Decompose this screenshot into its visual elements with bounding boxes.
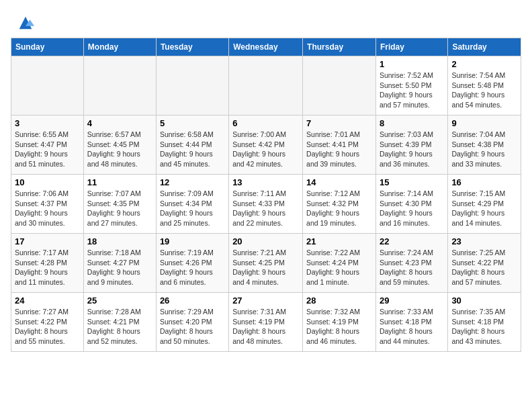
day-info: Sunrise: 7:03 AMSunset: 4:39 PMDaylight:… [380, 130, 444, 169]
calendar-day-cell [229, 56, 303, 116]
calendar-day-cell: 26Sunrise: 7:29 AMSunset: 4:20 PMDayligh… [156, 293, 228, 352]
calendar-day-cell: 28Sunrise: 7:32 AMSunset: 4:19 PMDayligh… [303, 293, 376, 352]
day-info: Sunrise: 6:57 AMSunset: 4:45 PMDaylight:… [87, 130, 152, 169]
calendar-day-cell [11, 56, 84, 116]
calendar-day-cell: 6Sunrise: 7:00 AMSunset: 4:42 PMDaylight… [229, 116, 303, 175]
day-number: 25 [87, 295, 152, 306]
day-of-week-header: Sunday [11, 38, 84, 56]
day-info: Sunrise: 7:54 AMSunset: 5:48 PMDaylight:… [451, 71, 517, 110]
day-number: 30 [451, 295, 517, 306]
day-number: 13 [232, 177, 299, 187]
calendar-day-cell: 25Sunrise: 7:28 AMSunset: 4:21 PMDayligh… [83, 293, 156, 352]
calendar-day-cell: 15Sunrise: 7:14 AMSunset: 4:30 PMDayligh… [375, 175, 447, 234]
day-number: 9 [451, 118, 517, 128]
calendar-week-row: 17Sunrise: 7:17 AMSunset: 4:28 PMDayligh… [11, 234, 521, 293]
day-info: Sunrise: 7:24 AMSunset: 4:23 PMDaylight:… [380, 248, 444, 287]
day-info: Sunrise: 6:55 AMSunset: 4:47 PMDaylight:… [15, 130, 80, 169]
calendar-day-cell: 5Sunrise: 6:58 AMSunset: 4:44 PMDaylight… [156, 116, 228, 175]
day-number: 5 [160, 118, 225, 128]
day-of-week-header: Saturday [448, 38, 521, 56]
day-number: 28 [306, 295, 372, 306]
day-of-week-header: Thursday [303, 38, 376, 56]
day-number: 12 [160, 177, 225, 187]
calendar-day-cell: 14Sunrise: 7:12 AMSunset: 4:32 PMDayligh… [303, 175, 376, 234]
day-info: Sunrise: 7:21 AMSunset: 4:25 PMDaylight:… [232, 248, 299, 287]
day-number: 11 [87, 177, 152, 187]
day-info: Sunrise: 7:29 AMSunset: 4:20 PMDaylight:… [160, 307, 225, 347]
day-number: 1 [380, 59, 444, 69]
day-number: 21 [306, 236, 372, 246]
day-info: Sunrise: 7:31 AMSunset: 4:19 PMDaylight:… [232, 307, 299, 347]
calendar-day-cell: 24Sunrise: 7:27 AMSunset: 4:22 PMDayligh… [11, 293, 84, 352]
day-info: Sunrise: 7:35 AMSunset: 4:18 PMDaylight:… [451, 307, 517, 347]
day-info: Sunrise: 7:01 AMSunset: 4:41 PMDaylight:… [306, 130, 372, 169]
day-info: Sunrise: 7:17 AMSunset: 4:28 PMDaylight:… [15, 248, 80, 287]
day-number: 7 [306, 118, 372, 128]
day-info: Sunrise: 7:32 AMSunset: 4:19 PMDaylight:… [306, 307, 372, 347]
day-number: 14 [306, 177, 372, 187]
day-number: 27 [232, 295, 299, 306]
day-info: Sunrise: 7:09 AMSunset: 4:34 PMDaylight:… [160, 189, 225, 228]
calendar-week-row: 24Sunrise: 7:27 AMSunset: 4:22 PMDayligh… [11, 293, 521, 352]
day-info: Sunrise: 7:25 AMSunset: 4:22 PMDaylight:… [451, 248, 517, 287]
day-number: 29 [380, 295, 444, 306]
calendar-table: SundayMondayTuesdayWednesdayThursdayFrid… [11, 38, 521, 352]
calendar-week-row: 10Sunrise: 7:06 AMSunset: 4:37 PMDayligh… [11, 175, 521, 234]
day-info: Sunrise: 7:12 AMSunset: 4:32 PMDaylight:… [306, 189, 372, 228]
calendar-day-cell: 13Sunrise: 7:11 AMSunset: 4:33 PMDayligh… [229, 175, 303, 234]
day-number: 17 [15, 236, 80, 246]
calendar-day-cell: 2Sunrise: 7:54 AMSunset: 5:48 PMDaylight… [448, 56, 521, 116]
calendar-day-cell: 12Sunrise: 7:09 AMSunset: 4:34 PMDayligh… [156, 175, 228, 234]
day-number: 24 [15, 295, 80, 306]
day-number: 22 [380, 236, 444, 246]
logo-icon [16, 13, 35, 32]
day-number: 16 [451, 177, 517, 187]
calendar-day-cell [303, 56, 376, 116]
calendar-day-cell: 9Sunrise: 7:04 AMSunset: 4:38 PMDaylight… [448, 116, 521, 175]
day-number: 10 [15, 177, 80, 187]
day-number: 15 [380, 177, 444, 187]
calendar-day-cell: 17Sunrise: 7:17 AMSunset: 4:28 PMDayligh… [11, 234, 84, 293]
day-number: 3 [15, 118, 80, 128]
day-info: Sunrise: 7:22 AMSunset: 4:24 PMDaylight:… [306, 248, 372, 287]
day-of-week-header: Tuesday [156, 38, 228, 56]
day-number: 2 [451, 59, 517, 69]
calendar-day-cell [156, 56, 228, 116]
day-info: Sunrise: 7:14 AMSunset: 4:30 PMDaylight:… [380, 189, 444, 228]
day-info: Sunrise: 7:52 AMSunset: 5:50 PMDaylight:… [380, 71, 444, 110]
calendar-day-cell: 11Sunrise: 7:07 AMSunset: 4:35 PMDayligh… [83, 175, 156, 234]
day-number: 23 [451, 236, 517, 246]
calendar-day-cell [83, 56, 156, 116]
day-info: Sunrise: 7:33 AMSunset: 4:18 PMDaylight:… [380, 307, 444, 347]
day-number: 18 [87, 236, 152, 246]
day-info: Sunrise: 7:11 AMSunset: 4:33 PMDaylight:… [232, 189, 299, 228]
day-number: 19 [160, 236, 225, 246]
calendar-day-cell: 10Sunrise: 7:06 AMSunset: 4:37 PMDayligh… [11, 175, 84, 234]
calendar-day-cell: 18Sunrise: 7:18 AMSunset: 4:27 PMDayligh… [83, 234, 156, 293]
calendar-day-cell: 27Sunrise: 7:31 AMSunset: 4:19 PMDayligh… [229, 293, 303, 352]
logo [11, 13, 35, 32]
calendar-header-row: SundayMondayTuesdayWednesdayThursdayFrid… [11, 38, 521, 56]
header [11, 11, 521, 32]
day-number: 26 [160, 295, 225, 306]
calendar-week-row: 3Sunrise: 6:55 AMSunset: 4:47 PMDaylight… [11, 116, 521, 175]
day-info: Sunrise: 7:07 AMSunset: 4:35 PMDaylight:… [87, 189, 152, 228]
calendar-week-row: 1Sunrise: 7:52 AMSunset: 5:50 PMDaylight… [11, 56, 521, 116]
day-number: 4 [87, 118, 152, 128]
day-info: Sunrise: 7:19 AMSunset: 4:26 PMDaylight:… [160, 248, 225, 287]
calendar-day-cell: 4Sunrise: 6:57 AMSunset: 4:45 PMDaylight… [83, 116, 156, 175]
calendar-day-cell: 21Sunrise: 7:22 AMSunset: 4:24 PMDayligh… [303, 234, 376, 293]
day-info: Sunrise: 7:18 AMSunset: 4:27 PMDaylight:… [87, 248, 152, 287]
calendar-day-cell: 8Sunrise: 7:03 AMSunset: 4:39 PMDaylight… [375, 116, 447, 175]
day-info: Sunrise: 7:04 AMSunset: 4:38 PMDaylight:… [451, 130, 517, 169]
calendar-day-cell: 22Sunrise: 7:24 AMSunset: 4:23 PMDayligh… [375, 234, 447, 293]
calendar-day-cell: 16Sunrise: 7:15 AMSunset: 4:29 PMDayligh… [448, 175, 521, 234]
calendar-day-cell: 20Sunrise: 7:21 AMSunset: 4:25 PMDayligh… [229, 234, 303, 293]
calendar-day-cell: 30Sunrise: 7:35 AMSunset: 4:18 PMDayligh… [448, 293, 521, 352]
day-number: 8 [380, 118, 444, 128]
calendar-day-cell: 1Sunrise: 7:52 AMSunset: 5:50 PMDaylight… [375, 56, 447, 116]
calendar-day-cell: 29Sunrise: 7:33 AMSunset: 4:18 PMDayligh… [375, 293, 447, 352]
day-info: Sunrise: 7:28 AMSunset: 4:21 PMDaylight:… [87, 307, 152, 347]
day-info: Sunrise: 7:06 AMSunset: 4:37 PMDaylight:… [15, 189, 80, 228]
day-info: Sunrise: 7:15 AMSunset: 4:29 PMDaylight:… [451, 189, 517, 228]
